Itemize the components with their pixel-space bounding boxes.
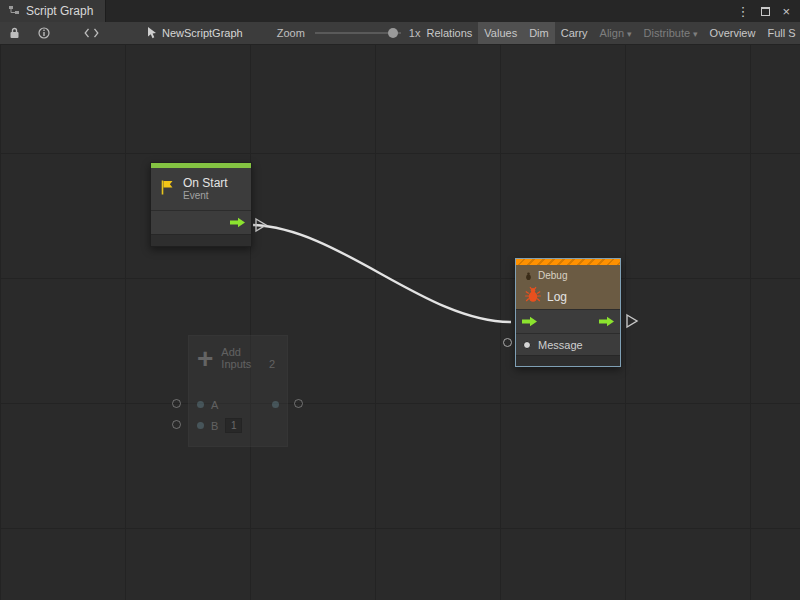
lock-icon[interactable]	[4, 22, 25, 44]
script-graph-icon	[8, 4, 20, 19]
output-port-a	[272, 401, 279, 408]
dim-button[interactable]: Dim	[523, 22, 555, 44]
align-button[interactable]: Align ▾	[594, 22, 638, 44]
message-port-outer-ring[interactable]	[503, 338, 512, 347]
maximize-icon[interactable]	[761, 7, 770, 16]
window-controls: ⋮ ×	[736, 0, 800, 22]
message-port-label: Message	[538, 339, 583, 351]
flow-input-port[interactable]	[522, 313, 537, 331]
zoom-slider-knob[interactable]	[388, 28, 398, 38]
connection-layer	[0, 45, 800, 600]
node-footer	[516, 355, 620, 366]
debug-flow-ports-row	[516, 309, 620, 333]
input-port-a	[197, 401, 204, 408]
menu-icon[interactable]: ⋮	[736, 5, 749, 18]
values-button[interactable]: Values	[478, 22, 523, 44]
debug-log-header[interactable]: Debug Log	[516, 265, 620, 309]
node-debug-log[interactable]: Debug Log	[515, 258, 621, 367]
chevron-down-icon: ▾	[627, 29, 632, 39]
input-count-value: 2	[269, 358, 279, 370]
flow-output-port[interactable]	[230, 214, 245, 232]
carry-button[interactable]: Carry	[555, 22, 594, 44]
zoom-value: 1x	[409, 27, 421, 39]
input-label-b: B	[211, 420, 218, 432]
overview-button[interactable]: Overview	[704, 22, 762, 44]
bug-icon	[524, 286, 542, 308]
title-bar: Script Graph ⋮ ×	[0, 0, 800, 22]
node-footer	[151, 234, 251, 246]
node-subtitle: Event	[183, 190, 228, 202]
connection-wire	[253, 225, 511, 322]
graph-canvas[interactable]: On Start Event Debug	[0, 45, 800, 600]
add-inputs-rows: A B 1	[189, 394, 287, 436]
input-row-a: A	[189, 394, 287, 415]
input-row-b: B 1	[189, 415, 287, 436]
graph-name-group[interactable]: NewScriptGraph	[146, 26, 243, 41]
ghost-port-ring-a-left	[172, 399, 181, 408]
bug-mini-icon	[524, 267, 533, 285]
node-add-inputs-ghost: + Add Inputs 2 A B 1	[188, 335, 288, 447]
ghost-port-ring-b-left	[172, 420, 181, 429]
plus-icon: +	[197, 346, 213, 384]
flow-arrow-indicator	[627, 315, 637, 327]
add-inputs-header: + Add Inputs 2	[189, 336, 287, 388]
node-title: Log	[547, 290, 567, 304]
graph-name-label: NewScriptGraph	[162, 27, 243, 39]
ghost-port-ring-a-right	[294, 399, 303, 408]
on-start-output-row	[151, 210, 251, 234]
tab-script-graph[interactable]: Script Graph	[0, 0, 106, 22]
tab-title: Script Graph	[26, 4, 93, 18]
distribute-button[interactable]: Distribute ▾	[638, 22, 704, 44]
message-input-port[interactable]	[523, 341, 531, 349]
input-value-b: 1	[225, 418, 242, 433]
fullscreen-button[interactable]: Full S	[761, 22, 800, 44]
message-port-row: Message	[516, 333, 620, 355]
node-title: On Start	[183, 176, 228, 190]
flow-arrow-indicator	[256, 219, 266, 231]
input-port-b	[197, 422, 204, 429]
graph-toolbar: NewScriptGraph Zoom 1x Relations Values …	[0, 22, 800, 45]
input-label-a: A	[211, 399, 218, 411]
node-on-start[interactable]: On Start Event	[150, 162, 252, 247]
node-title-line1: Add	[221, 346, 279, 358]
relations-button[interactable]: Relations	[420, 22, 478, 44]
toolbar-buttons: Relations Values Dim Carry Align ▾ Distr…	[420, 22, 800, 44]
code-brackets-icon[interactable]	[79, 22, 104, 44]
script-graph-window: Script Graph ⋮ × NewScriptGraph Zoom	[0, 0, 800, 600]
zoom-control: Zoom 1x	[277, 27, 421, 39]
flag-icon	[159, 179, 176, 200]
on-start-header[interactable]: On Start Event	[151, 168, 251, 210]
zoom-slider[interactable]	[315, 32, 401, 34]
info-icon[interactable]	[33, 22, 55, 44]
chevron-down-icon: ▾	[693, 29, 698, 39]
zoom-label: Zoom	[277, 27, 305, 39]
pointer-cursor-icon	[146, 26, 157, 41]
node-category: Debug	[538, 270, 567, 282]
close-icon[interactable]: ×	[782, 5, 790, 18]
flow-output-port[interactable]	[599, 313, 614, 331]
node-title-line2: Inputs	[221, 358, 251, 370]
